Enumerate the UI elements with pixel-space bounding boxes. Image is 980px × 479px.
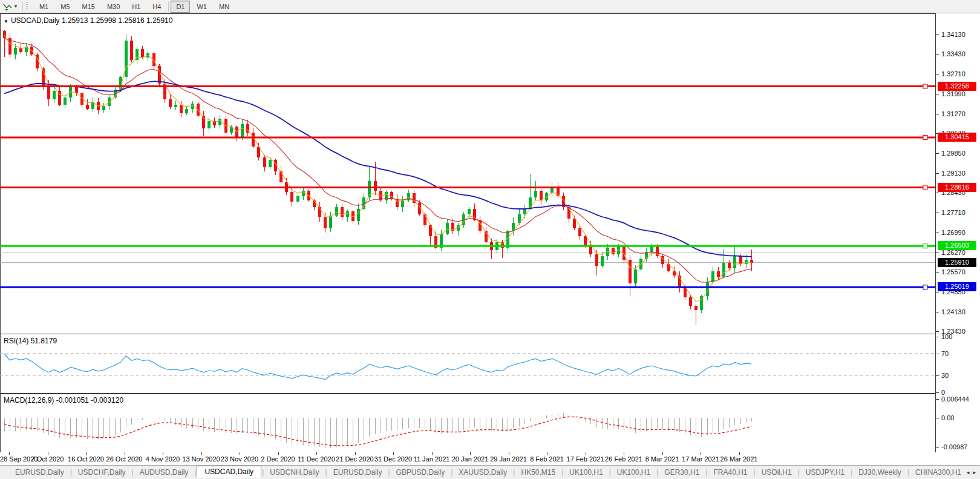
tab-usdjpy-h1[interactable]: USDJPY,H1: [800, 467, 850, 478]
hline-price-label: 1.25019: [938, 282, 976, 291]
tab-eurusd-daily[interactable]: EURUSD,Daily: [10, 467, 70, 478]
axis-tick: [936, 418, 939, 418]
rsi-panel[interactable]: [0, 334, 935, 394]
tab-eurusd-daily[interactable]: EURUSD,Daily: [328, 467, 388, 478]
date-tick: [201, 452, 202, 455]
axis-tick: [936, 253, 939, 253]
axis-tick: [936, 392, 939, 393]
hline-handle: [923, 185, 927, 190]
current-price-label: 1.25910: [938, 258, 976, 267]
price-axis-label: 1.31270: [941, 110, 965, 117]
axis-tick: [936, 35, 939, 35]
toolbar-grip[interactable]: [26, 2, 30, 11]
tf-button-h4[interactable]: H4: [147, 1, 166, 13]
axis-tick: [936, 193, 939, 193]
axis-tick: [936, 153, 939, 154]
hline-handle: [923, 136, 927, 140]
axis-tick: [936, 312, 939, 312]
tab-usdcad-daily[interactable]: USDCAD,Daily: [197, 466, 261, 478]
price-axis-label: 1.29130: [941, 170, 965, 177]
date-tick: [662, 452, 663, 455]
chart-tabs-bar: EURUSD,Daily|USDCHF,Daily|AUDUSD,Daily|U…: [0, 465, 980, 479]
hline-price-label: 1.30415: [938, 133, 976, 142]
tab-scroll-left-icon[interactable]: ◂: [967, 469, 970, 475]
date-tick: [739, 452, 740, 455]
date-label: 26 Mar 2021: [714, 455, 765, 463]
tf-button-d1[interactable]: D1: [171, 1, 190, 13]
chevron-down-icon[interactable]: ▼: [4, 19, 8, 24]
tab-ger30-h1[interactable]: GER30,H1: [659, 467, 705, 478]
tf-button-m1[interactable]: M1: [34, 1, 54, 13]
tf-button-mn[interactable]: MN: [214, 1, 235, 13]
time-axis[interactable]: 28 Sep 20207 Oct 202016 Oct 202026 Oct 2…: [0, 452, 980, 465]
date-tick: [432, 452, 433, 455]
rsi-axis-label: 70: [941, 350, 949, 357]
axis-tick: [936, 173, 939, 174]
date-tick: [355, 452, 356, 455]
tab-xauusd-daily[interactable]: XAUUSD,Daily: [453, 467, 512, 478]
rsi-label: RSI(14) 51.8179: [4, 337, 57, 345]
tab-usdchf-daily[interactable]: USDCHF,Daily: [73, 467, 131, 478]
date-tick: [9, 452, 10, 455]
tab-audusd-daily[interactable]: AUDUSD,Daily: [134, 467, 194, 478]
axis-tick: [936, 399, 939, 400]
axis-tick: [936, 354, 939, 354]
tab-usoil-h1[interactable]: USOil,H1: [756, 467, 797, 478]
tab-dj30-weekly[interactable]: DJ30,Weekly: [853, 467, 906, 478]
price-axis-label: 1.29850: [941, 150, 965, 157]
axis-tick: [936, 233, 939, 233]
tab-hk50-m15[interactable]: HK50,M15: [515, 467, 561, 478]
tf-button-m30[interactable]: M30: [102, 1, 125, 13]
date-tick: [624, 452, 624, 455]
tab-gbpusd-daily[interactable]: GBPUSD,Daily: [391, 467, 451, 478]
tf-button-m5[interactable]: M5: [55, 1, 75, 13]
chart-cursor-icon[interactable]: [2, 2, 13, 12]
date-tick: [278, 452, 279, 455]
tf-button-m15[interactable]: M15: [76, 1, 100, 13]
price-axis-label: 1.32710: [941, 70, 965, 78]
axis-tick: [936, 447, 939, 448]
tf-button-w1[interactable]: W1: [191, 1, 212, 13]
date-tick: [509, 452, 509, 455]
hline-price-label: 1.26503: [938, 241, 976, 250]
date-tick: [86, 452, 87, 455]
date-tick: [240, 452, 240, 455]
axis-tick: [936, 375, 939, 376]
hline-handle: [923, 84, 927, 88]
macd-panel[interactable]: [0, 394, 935, 452]
chart-title: ▼USDCAD,Daily 1.25913 1.25998 1.25816 1.…: [4, 16, 172, 25]
hline-price-label: 1.28616: [938, 183, 976, 192]
price-chart-panel[interactable]: [0, 13, 935, 334]
price-axis-label: 1.31990: [941, 90, 965, 97]
date-tick: [470, 452, 471, 455]
candlesticks: [3, 30, 753, 325]
tab-uk100-h1[interactable]: UK100,H1: [564, 467, 608, 478]
tab-uk100-h1[interactable]: UK100,H1: [612, 467, 656, 478]
rsi-axis-label: 100: [941, 333, 952, 340]
date-tick: [125, 452, 125, 455]
tf-button-h1[interactable]: H1: [126, 1, 146, 13]
tab-china300-h1[interactable]: CHINA300,H1: [910, 467, 967, 478]
date-tick: [163, 452, 163, 455]
tab-usdcnh-daily[interactable]: USDCNH,Daily: [264, 467, 324, 478]
price-axis-label: 1.25570: [941, 268, 965, 276]
axis-tick: [936, 292, 939, 292]
toolbar-separator: [168, 2, 169, 12]
macd-axis-label: 0.00: [941, 414, 954, 421]
tab-fra40-h1[interactable]: FRA40,H1: [708, 467, 753, 478]
price-axis[interactable]: 1.34130 1.33430 1.32710 1.31990 1.31270 …: [935, 13, 980, 452]
price-axis-label: 1.27710: [941, 209, 965, 216]
date-tick: [48, 452, 48, 455]
macd-label: MACD(12,26,9) -0.001051 -0.003120: [4, 396, 123, 405]
tab-scroll-right-icon[interactable]: ▸: [973, 469, 976, 475]
toolbar-separator: [22, 2, 23, 12]
date-tick: [701, 452, 701, 455]
tab-scroll-nav: ◂ ▸: [967, 469, 976, 475]
chevron-down-icon[interactable]: ▼: [13, 4, 21, 9]
timeframe-buttons: M1M5M15M30H1H4D1W1MN: [33, 1, 235, 13]
date-tick: [393, 452, 394, 455]
axis-tick: [936, 337, 939, 337]
trading-terminal-window: ▼ M1M5M15M30H1H4D1W1MN ▼USDCAD,Daily 1.2…: [0, 0, 980, 479]
price-axis-label: 1.33430: [941, 50, 965, 58]
hline-handle: [923, 285, 927, 289]
